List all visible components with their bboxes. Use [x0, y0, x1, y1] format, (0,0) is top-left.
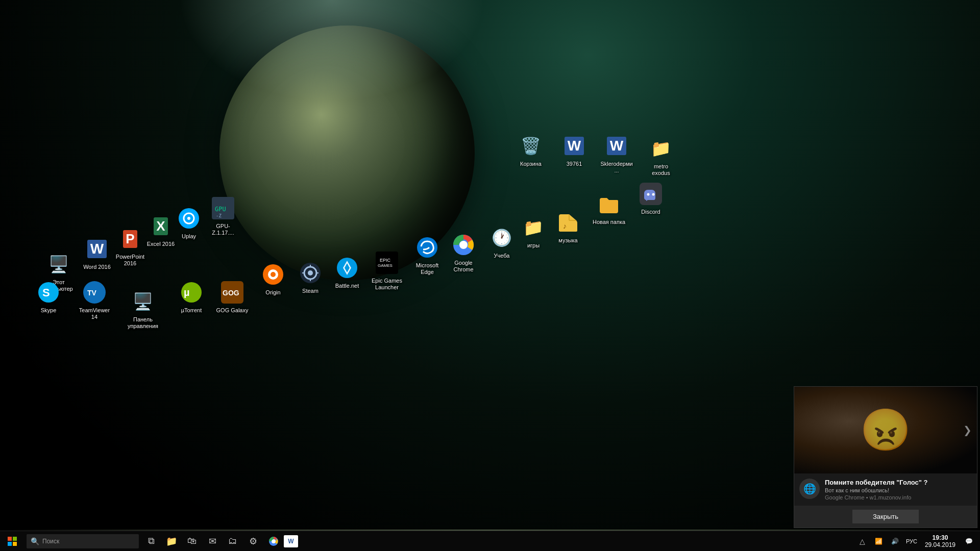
notification-next-arrow[interactable]: ❯	[963, 424, 972, 436]
taskbar: 🔍 Поиск ⧉ 📁 🛍 ✉ 🗂 ⚙ W △ 📶 🔊 РУС 19:30 2	[0, 531, 980, 551]
icon-new-folder-label: Новая папка	[591, 218, 627, 226]
icon-recycle-label: Корзина	[519, 160, 543, 168]
svg-text:GAMES: GAMES	[378, 263, 393, 268]
notification-close-button[interactable]: Закрыть	[852, 510, 919, 523]
notification-close-button-area: Закрыть	[794, 506, 977, 528]
clock[interactable]: 19:30 29.04.2019	[921, 531, 960, 552]
icon-gog[interactable]: GOG GOG Galaxy	[212, 278, 253, 316]
icon-folder-metro-label: metro exodus	[643, 163, 679, 177]
icon-recycle[interactable]: 🗑️ Корзина	[510, 132, 551, 170]
word-taskbar-button[interactable]: W	[284, 535, 298, 547]
svg-text:GOG: GOG	[223, 289, 239, 297]
svg-rect-37	[13, 537, 17, 541]
icon-gog-label: GOG Galaxy	[215, 307, 250, 314]
icon-discord-label: Discord	[640, 208, 662, 216]
icon-chrome[interactable]: GoogleChrome	[443, 231, 484, 276]
icon-teamviewer-label: TeamViewer14	[78, 307, 111, 321]
icon-battlenet[interactable]: Battle.net	[327, 254, 368, 292]
icon-chrome-label: GoogleChrome	[452, 259, 475, 273]
icon-discord[interactable]: Discord	[630, 180, 671, 218]
search-area[interactable]: 🔍 Поиск	[27, 534, 139, 548]
icon-new-folder[interactable]: Новая папка	[589, 190, 629, 228]
icon-msedge-label: MicrosoftEdge	[414, 262, 440, 276]
network-icon[interactable]: 📶	[872, 531, 886, 552]
store-button[interactable]: 🛍	[182, 531, 202, 552]
icon-word-39761-label: 39761	[565, 160, 584, 168]
language-indicator[interactable]: РУС	[904, 531, 919, 552]
icon-msedge[interactable]: MicrosoftEdge	[407, 233, 448, 278]
icon-steam-label: Steam	[301, 287, 320, 295]
svg-point-31	[460, 242, 467, 248]
icon-study[interactable]: 🕐 Учеба	[481, 223, 522, 262]
icon-teamviewer[interactable]: TV TeamViewer14	[74, 278, 115, 323]
mail-button[interactable]: ✉	[202, 531, 223, 552]
svg-point-34	[647, 193, 650, 196]
notification-text-block: Помните победителя "Голос" ? Вот как с н…	[825, 479, 972, 500]
svg-point-42	[272, 540, 275, 543]
svg-text:GPU: GPU	[215, 206, 226, 213]
icon-utorrent[interactable]: µ µTorrent	[171, 278, 212, 316]
icon-word2016-label: Word 2016	[82, 263, 112, 271]
taskbar-center	[298, 531, 855, 551]
icon-epic-label: Epic GamesLauncher	[370, 277, 404, 291]
svg-rect-25	[376, 252, 398, 274]
svg-point-2	[187, 217, 190, 220]
clock-date: 29.04.2019	[925, 541, 955, 548]
notification-body: 🌐 Помните победителя "Голос" ? Вот как с…	[794, 473, 977, 506]
notification-thumbnail: 🌐	[799, 479, 820, 499]
clock-time: 19:30	[933, 534, 948, 541]
icon-gpuz-label: GPU-Z.1.17....	[205, 222, 241, 237]
notification-popup: 😠 ❯ 🌐 Помните победителя "Голос" ? Вот к…	[794, 386, 977, 528]
start-button[interactable]	[0, 531, 24, 552]
icon-origin-label: Origin	[264, 289, 282, 296]
file-explorer-button[interactable]: 📁	[161, 531, 182, 552]
search-icon: 🔍	[31, 537, 39, 545]
svg-text:S: S	[42, 286, 50, 299]
icon-word-39761[interactable]: W 39761	[554, 132, 595, 170]
icon-study-label: Учеба	[493, 252, 511, 260]
settings-button[interactable]: ⚙	[243, 531, 263, 552]
svg-text:-Z: -Z	[216, 213, 222, 218]
svg-point-16	[271, 272, 276, 277]
notification-title: Помните победителя "Голос" ?	[825, 479, 972, 486]
notifications-button[interactable]: 💬	[962, 531, 976, 552]
chrome-taskbar-button[interactable]	[263, 531, 284, 552]
svg-rect-36	[8, 537, 12, 541]
icon-word-sklero-label: Sklerodерми...	[598, 160, 635, 174]
icon-skype-label: Skype	[39, 307, 58, 314]
task-view-button[interactable]: ⧉	[141, 531, 161, 552]
svg-point-19	[308, 270, 313, 276]
volume-icon[interactable]: 🔊	[888, 531, 902, 552]
icon-steam[interactable]: Steam	[290, 259, 331, 297]
svg-point-35	[652, 193, 655, 196]
icon-skype[interactable]: S Skype	[28, 278, 69, 316]
explorer-button[interactable]: 🗂	[223, 531, 243, 552]
notification-video[interactable]: 😠 ❯	[794, 387, 977, 473]
icon-folder-games-label: игры	[526, 242, 541, 249]
icon-origin[interactable]: Origin	[253, 260, 293, 298]
icon-word-sklero[interactable]: W Sklerodерми...	[596, 132, 637, 177]
icon-control-panel-label: Панельуправления	[126, 316, 160, 330]
icon-folder-music[interactable]: ♪ музыка	[548, 208, 589, 246]
show-hidden-icons[interactable]: △	[855, 531, 870, 552]
icon-ppt2016-label: PowerPoint2016	[114, 253, 146, 267]
notification-description: Вот как с ним обошлись!	[825, 487, 972, 493]
svg-point-28	[417, 237, 437, 258]
taskbar-systray: △ 📶 🔊 РУС 19:30 29.04.2019 💬	[855, 531, 980, 551]
icon-utorrent-label: µTorrent	[180, 307, 204, 314]
svg-rect-39	[13, 542, 17, 546]
icon-battlenet-label: Battle.net	[334, 282, 360, 290]
video-thumbnail: 😠	[794, 387, 977, 473]
icon-folder-music-label: музыка	[557, 237, 579, 244]
search-label: Поиск	[42, 538, 59, 545]
svg-text:EPIC: EPIC	[380, 258, 391, 263]
svg-text:♪: ♪	[563, 222, 567, 230]
icon-uplay-label: Uplay	[180, 233, 198, 240]
icon-epic[interactable]: EPIC GAMES Epic GamesLauncher	[366, 248, 407, 293]
svg-text:µ: µ	[184, 287, 190, 298]
icon-gpuz[interactable]: GPU -Z GPU-Z.1.17....	[203, 194, 243, 239]
svg-text:TV: TV	[87, 289, 97, 297]
icon-control-panel[interactable]: 🖥️ Панельуправления	[122, 287, 163, 332]
notification-source: Google Chrome • w1.muzonov.info	[825, 494, 972, 500]
icon-folder-metro[interactable]: 📁 metro exodus	[641, 134, 681, 179]
